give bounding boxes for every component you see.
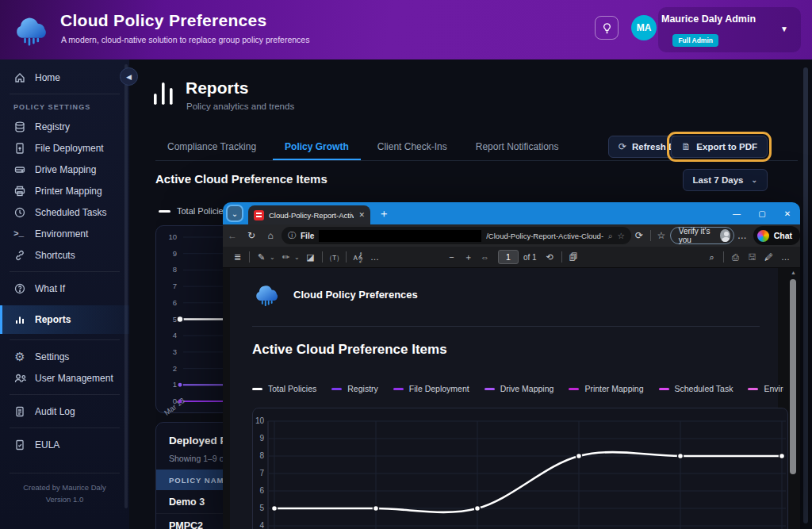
favorite-star-icon[interactable]: ☆ (618, 231, 625, 240)
info-icon[interactable]: ⓘ (288, 230, 296, 241)
read-aloud-icon[interactable]: ᴀ𝄞 (350, 252, 366, 263)
sidebar-item-audit-log[interactable]: Audit Log (0, 401, 129, 422)
zoom-in-icon[interactable]: ＋ (460, 251, 477, 263)
page-number-input[interactable] (498, 250, 519, 264)
browser-tab[interactable]: Cloud-Policy-Report-Active-Cloud ✕ (248, 205, 370, 224)
tab-close-icon[interactable]: ✕ (358, 211, 365, 219)
user-menu-caret-icon[interactable]: ▼ (780, 25, 788, 33)
address-bar[interactable]: ⓘ File /Cloud-Policy-Report-Active-Cloud… (282, 227, 631, 244)
window-maximize-button[interactable]: ▢ (749, 202, 775, 224)
sidebar-item-what-if[interactable]: What If (0, 278, 129, 299)
table-of-contents-icon[interactable]: ≣ (229, 252, 246, 263)
copilot-chat-button[interactable]: Chat (753, 226, 800, 245)
svg-text:8: 8 (173, 265, 177, 274)
home-button[interactable]: ⌂ (261, 230, 280, 241)
fit-to-page-icon[interactable]: ⇔ (477, 252, 493, 262)
sidebar-item-label: File Deployment (35, 143, 104, 154)
save-icon[interactable]: 🖫 (744, 252, 760, 262)
sidebar-collapse-button[interactable]: ◀ (120, 67, 138, 86)
browser-titlebar[interactable]: ⌄ Cloud-Policy-Report-Active-Cloud ✕ ＋ —… (223, 202, 800, 224)
sidebar-item-label: Environment (35, 228, 88, 240)
users-icon (13, 372, 26, 385)
eraser-icon[interactable]: ◪ (302, 252, 319, 263)
draw-pen-icon[interactable]: ✎ (253, 252, 270, 263)
file-upload-icon (13, 142, 26, 155)
page-view-icon[interactable]: 🗐 (565, 252, 582, 262)
svg-text:5: 5 (173, 315, 177, 324)
user-avatar[interactable]: MA (631, 15, 657, 40)
svg-text:2: 2 (173, 364, 177, 373)
theme-toggle-button[interactable] (595, 16, 619, 40)
legend-item: Scheduled Task (659, 384, 733, 393)
legend-label: Printer Mapping (584, 384, 643, 393)
page-count-label: of 1 (523, 253, 537, 262)
tab-compliance-tracking[interactable]: Compliance Tracking (155, 135, 268, 160)
main-scrollbar[interactable] (803, 67, 808, 523)
sidebar-item-label: Printer Mapping (35, 186, 102, 197)
legend-swatch (485, 388, 495, 390)
sidebar-item-label: Audit Log (35, 406, 75, 417)
sidebar-item-file-deployment[interactable]: File Deployment (0, 137, 129, 159)
more-options-icon[interactable]: … (777, 252, 794, 262)
browser-essentials-icon[interactable]: ⟳ (631, 230, 647, 241)
date-range-select[interactable]: Last 7 Days ⌄ (683, 169, 768, 191)
chevron-down-icon[interactable]: ⌄ (270, 254, 278, 261)
favorites-bar-icon[interactable]: ☆ (654, 230, 668, 241)
pdf-right-controls: ⌕ ⎙ 🖫 🖉 … (703, 251, 794, 263)
app-logo-cloud-icon (11, 9, 52, 50)
redacted-path (319, 230, 481, 242)
divider (10, 339, 120, 340)
sidebar-item-settings[interactable]: ⚙ Settings (0, 346, 129, 367)
export-to-pdf-button[interactable]: 🗎 Export to PDF (671, 136, 768, 158)
browser-settings-menu-icon[interactable]: … (734, 230, 750, 241)
sidebar-item-home[interactable]: Home (0, 67, 129, 88)
new-tab-button[interactable]: ＋ (378, 207, 389, 221)
pdf-toolbar: ≣ ✎ ⌄ ✏ ⌄ ◪ 🄣 ᴀ𝄞 … − ＋ ⇔ of 1 ⟲ 🗐 (223, 247, 800, 268)
copilot-icon (757, 230, 769, 242)
zoom-out-icon[interactable]: − (443, 252, 460, 262)
back-button[interactable]: ← (223, 230, 242, 241)
search-document-icon[interactable]: ⌕ (703, 252, 720, 263)
sidebar-item-environment[interactable]: >_ Environment (0, 223, 129, 244)
verify-profile-button[interactable]: Verify it's you (670, 227, 734, 244)
bar-chart-icon (13, 313, 26, 326)
sidebar-item-shortcuts[interactable]: Shortcuts (0, 244, 129, 266)
legend-label: Scheduled Task (675, 384, 733, 393)
sidebar-item-label: Shortcuts (35, 250, 75, 261)
legend-item: Total Policies (252, 384, 316, 393)
sidebar-item-printer-mapping[interactable]: Printer Mapping (0, 180, 129, 201)
sidebar-item-user-management[interactable]: User Management (0, 367, 129, 389)
legend-label: Registry (347, 384, 378, 393)
tab-policy-growth[interactable]: Policy Growth (273, 135, 361, 160)
tab-client-check-ins[interactable]: Client Check-Ins (366, 135, 459, 160)
sidebar-item-registry[interactable]: Registry (0, 116, 129, 137)
svg-text:6: 6 (259, 486, 264, 495)
sidebar-item-drive-mapping[interactable]: Drive Mapping (0, 159, 129, 180)
sidebar-item-scheduled-tasks[interactable]: Scheduled Tasks (0, 201, 129, 223)
print-icon[interactable]: ⎙ (727, 252, 744, 263)
window-close-button[interactable]: ✕ (775, 202, 800, 224)
sidebar-item-reports[interactable]: Reports (0, 305, 129, 334)
pdf-scrollbar-thumb[interactable] (790, 279, 796, 474)
pdf-chart-card: 10987654 (252, 408, 788, 529)
divider (723, 251, 724, 263)
save-as-icon[interactable]: 🖉 (760, 252, 777, 262)
window-minimize-button[interactable]: — (724, 202, 749, 224)
sidebar-item-label: EULA (35, 439, 59, 450)
reload-button[interactable]: ↻ (242, 230, 261, 241)
rotate-icon[interactable]: ⟲ (542, 252, 558, 263)
more-tools-icon[interactable]: … (366, 252, 383, 262)
reports-page-icon (152, 79, 176, 108)
tab-actions-menu-button[interactable]: ⌄ (226, 205, 243, 222)
tab-report-notifications[interactable]: Report Notifications (464, 135, 571, 160)
search-in-page-icon[interactable]: ⌕ (608, 231, 613, 241)
chat-label: Chat (774, 231, 792, 240)
sidebar-item-eula[interactable]: EULA (0, 434, 129, 455)
chevron-down-icon[interactable]: ⌄ (294, 254, 302, 261)
highlighter-icon[interactable]: ✏ (278, 252, 294, 263)
scroll-up-icon[interactable]: ▲ (789, 270, 798, 275)
browser-tab-title: Cloud-Policy-Report-Active-Cloud (269, 211, 354, 220)
sidebar-scrollbar[interactable] (124, 64, 128, 508)
pdf-scrollbar[interactable]: ▲ (789, 270, 798, 529)
add-text-icon[interactable]: 🄣 (326, 252, 343, 263)
